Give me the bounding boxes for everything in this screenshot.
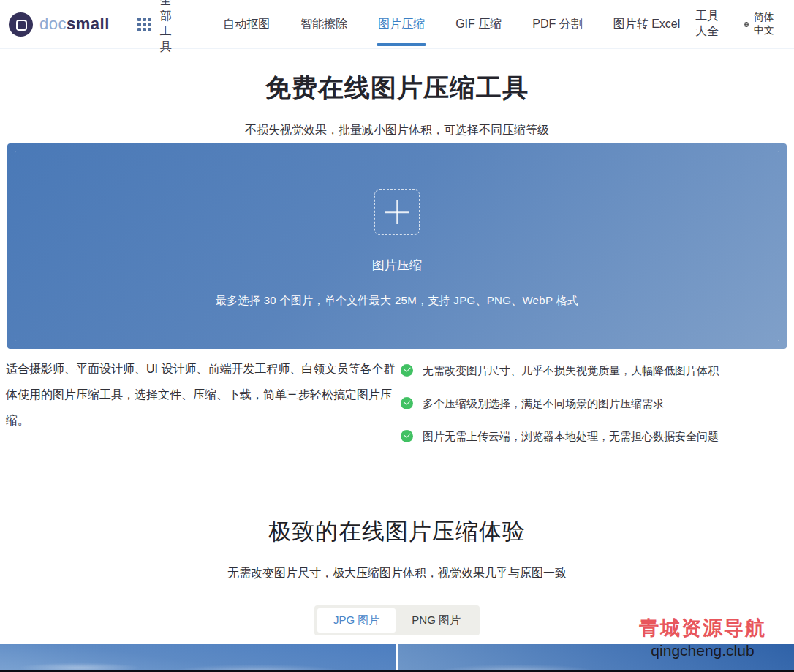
nav-item-image-compress[interactable]: 图片压缩 [378, 0, 425, 48]
feature-text: 无需改变图片尺寸、几乎不损失视觉质量，大幅降低图片体积 [423, 363, 719, 378]
check-icon [401, 430, 413, 442]
tools-all-link[interactable]: 工具大全 [695, 9, 722, 39]
check-icon [401, 364, 413, 377]
nav-item-auto-cutout[interactable]: 自动抠图 [223, 0, 270, 48]
comparison-image-original [0, 644, 396, 672]
tab-png[interactable]: PNG 图片 [396, 608, 477, 633]
feature-item: 无需改变图片尺寸、几乎不损失视觉质量，大幅降低图片体积 [401, 363, 719, 378]
features-section: 适合摄影师、平面设计师、UI 设计师、前端开发工程师、白领文员等各个群体使用的图… [6, 356, 788, 462]
logo-doc: doc [39, 15, 67, 33]
nav-item-smart-erase[interactable]: 智能擦除 [300, 0, 347, 48]
nav-item-image-to-excel[interactable]: 图片转 Excel [613, 0, 681, 48]
language-switch[interactable]: 简体中文 [744, 11, 775, 37]
plus-icon[interactable] [374, 189, 420, 235]
main-nav: 自动抠图 智能擦除 图片压缩 GIF 压缩 PDF 分割 图片转 Excel [208, 0, 695, 48]
watermark-domain: qingcheng.club [639, 642, 766, 660]
header-right: 工具大全 简体中文 [695, 9, 775, 39]
feature-text: 多个压缩级别选择，满足不同场景的图片压缩需求 [423, 396, 664, 411]
logo-small: small [67, 15, 110, 33]
watermark-title: 青城资源导航 [639, 615, 766, 641]
upload-dropzone[interactable]: 图片压缩 最多选择 30 个图片，单个文件最大 25M，支持 JPG、PNG、W… [7, 143, 787, 349]
format-tab-switch: JPG 图片 PNG 图片 [314, 605, 480, 635]
feature-list: 无需改变图片尺寸、几乎不损失视觉质量，大幅降低图片体积 多个压缩级别选择，满足不… [401, 356, 719, 462]
logo-text: docsmall [39, 15, 110, 34]
experience-subtitle: 无需改变图片尺寸，极大压缩图片体积，视觉效果几乎与原图一致 [0, 566, 794, 581]
grid-icon [137, 18, 151, 31]
check-icon [401, 397, 413, 409]
upload-label: 图片压缩 [372, 257, 422, 273]
page-title: 免费在线图片压缩工具 [0, 71, 794, 105]
language-label: 简体中文 [754, 11, 775, 37]
page-subtitle: 不损失视觉效果，批量减小图片体积，可选择不同压缩等级 [0, 123, 794, 138]
feature-item: 多个压缩级别选择，满足不同场景的图片压缩需求 [401, 396, 719, 411]
experience-title: 极致的在线图片压缩体验 [0, 516, 794, 547]
nav-item-gif-compress[interactable]: GIF 压缩 [455, 0, 502, 48]
site-watermark: 青城资源导航 qingcheng.club [639, 615, 766, 660]
feature-text: 图片无需上传云端，浏览器本地处理，无需担心数据安全问题 [423, 429, 719, 444]
feature-description: 适合摄影师、平面设计师、UI 设计师、前端开发工程师、白领文员等各个群体使用的图… [6, 356, 396, 462]
feature-item: 图片无需上传云端，浏览器本地处理，无需担心数据安全问题 [401, 429, 719, 444]
globe-icon [744, 19, 749, 30]
header: docsmall 全部工具 自动抠图 智能擦除 图片压缩 GIF 压缩 PDF … [0, 0, 794, 49]
upload-hint: 最多选择 30 个图片，单个文件最大 25M，支持 JPG、PNG、WebP 格… [216, 294, 578, 308]
all-tools-menu[interactable]: 全部工具 [137, 0, 181, 55]
hero-section: 免费在线图片压缩工具 不损失视觉效果，批量减小图片体积，可选择不同压缩等级 [0, 71, 794, 138]
all-tools-label: 全部工具 [160, 0, 181, 55]
nav-item-pdf-split[interactable]: PDF 分割 [532, 0, 582, 48]
logo[interactable]: docsmall [9, 12, 110, 37]
upload-dashed-area: 图片压缩 最多选择 30 个图片，单个文件最大 25M，支持 JPG、PNG、W… [15, 151, 779, 341]
tab-jpg[interactable]: JPG 图片 [317, 608, 396, 633]
logo-icon [9, 12, 33, 37]
